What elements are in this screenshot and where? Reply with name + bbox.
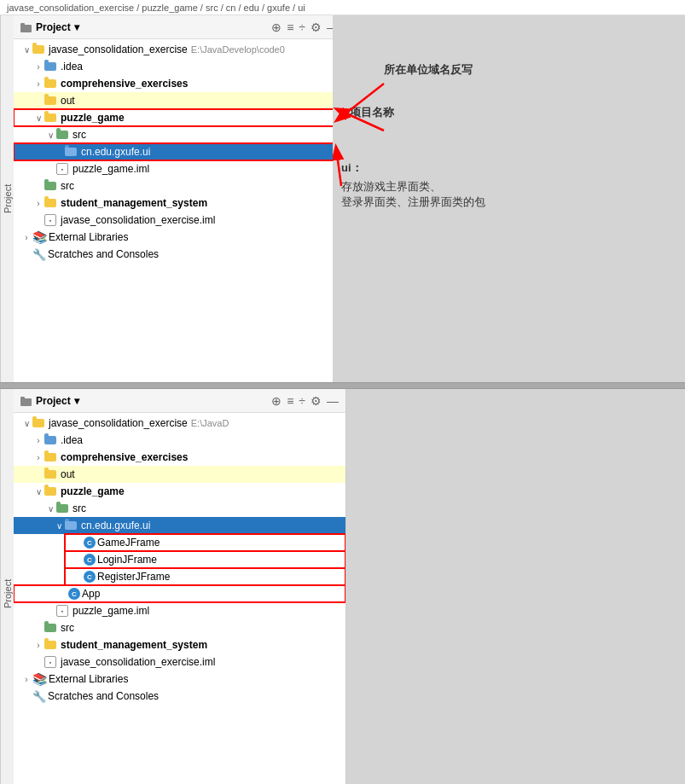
tree-item-puzzle-top[interactable]: ∨ puzzle_game — [14, 109, 345, 126]
tree-item-out-bottom[interactable]: out — [14, 466, 345, 483]
bottom-right-area: CSDN @学不会is dog — [346, 389, 685, 784]
panel-tools-top: ⊕ ≡ ÷ ⚙ — — [271, 20, 339, 34]
arrow-puzzle-bottom: ∨ — [32, 487, 44, 497]
folder-icon-src2-top — [44, 181, 58, 191]
side-tab-bottom[interactable]: Project — [0, 389, 14, 784]
folder-icon-student-top — [44, 198, 58, 208]
arrow-root-bottom: ∨ — [20, 419, 32, 428]
class-icon-register: C — [84, 571, 96, 583]
arrow-idea-bottom: › — [32, 436, 44, 445]
project-panel-top: Project ▾ ⊕ ≡ ÷ ⚙ — ∨ javase_consolidati… — [14, 15, 346, 382]
scratch-icon-top: 🔧 — [32, 248, 46, 261]
folder-icon-cnpkg-top — [65, 147, 78, 157]
tree-item-cnpkg-bottom[interactable]: ∨ cn.edu.gxufe.ui — [14, 517, 345, 534]
folder-icon-out-top — [44, 96, 58, 106]
arrow-extlib-bottom: › — [20, 675, 32, 684]
tree-bottom: ∨ javase_consolidation_exercise E:\JavaD… — [14, 413, 345, 706]
extlib-icon-top: 📚 — [32, 230, 47, 244]
tree-item-extlib-bottom[interactable]: › 📚 External Libraries — [14, 671, 345, 688]
folder-icon-src-bottom — [56, 503, 70, 514]
tree-item-comp-bottom[interactable]: › comprehensive_exercises — [14, 449, 345, 466]
iml-icon-javase-bottom: ▪ — [44, 657, 58, 667]
section-divider — [0, 382, 685, 389]
folder-icon-src2-bottom — [44, 623, 58, 633]
tree-item-gamejframe-bottom[interactable]: C GameJFrame — [65, 534, 345, 551]
svg-rect-6 — [20, 397, 25, 400]
folder-icon-cnpkg-bottom — [65, 520, 78, 531]
tree-item-idea-top[interactable]: › .idea — [14, 58, 345, 75]
tree-item-registerjframe-bottom[interactable]: C RegisterJFrame — [65, 568, 345, 585]
arrow-student-top: › — [32, 199, 44, 208]
tree-item-puzzleiml-top[interactable]: ▪ puzzle_game.iml — [14, 160, 345, 177]
arrow-root-top: ∨ — [20, 45, 32, 55]
svg-rect-1 — [20, 23, 25, 26]
annotation-area-top: 项目名称 所在单位域名反写 — [333, 15, 685, 382]
folder-icon-header-bottom — [20, 396, 32, 406]
tree-item-src-top[interactable]: ∨ src — [14, 126, 345, 143]
breadcrumb: javase_consolidation_exercise / puzzle_g… — [0, 0, 685, 15]
folder-icon-comp-bottom — [44, 452, 58, 462]
folder-icon-src-top — [56, 130, 70, 140]
panel-header-bottom: Project ▾ ⊕ ≡ ÷ ⚙ — — [14, 389, 345, 413]
folder-icon-out-bottom — [44, 469, 58, 479]
panel-header-top: Project ▾ ⊕ ≡ ÷ ⚙ — — [14, 15, 345, 39]
tree-item-root-bottom[interactable]: ∨ javase_consolidation_exercise E:\JavaD — [14, 415, 345, 432]
svg-line-3 — [337, 84, 384, 120]
tree-item-root-top[interactable]: ∨ javase_consolidation_exercise E:\JavaD… — [14, 41, 345, 58]
arrow-cnpkg-bottom: ∨ — [53, 521, 65, 531]
panel-tools-bottom: ⊕ ≡ ÷ ⚙ — — [271, 394, 339, 408]
class-icon-game: C — [84, 537, 96, 549]
panel-title-top: Project ▾ — [20, 21, 79, 33]
tree-item-puzzleiml-bottom[interactable]: ▪ puzzle_game.iml — [14, 602, 345, 619]
arrow-idea-top: › — [32, 62, 44, 72]
folder-icon-root-top — [32, 44, 46, 55]
folder-icon-header — [20, 22, 32, 32]
tree-item-javaseiml-bottom[interactable]: ▪ javase_consolidation_exercise.iml — [14, 653, 345, 671]
iml-icon-puzzle-bottom: ▪ — [56, 606, 70, 616]
arrow-comp-top: › — [32, 79, 44, 89]
tree-item-student-top[interactable]: › student_management_system — [14, 195, 345, 212]
folder-icon-comp-top — [44, 78, 58, 89]
arrow-comp-bottom: › — [32, 453, 44, 462]
panel-title-bottom: Project ▾ — [20, 395, 79, 407]
tree-item-loginjframe-bottom[interactable]: C LoginJFrame — [65, 551, 345, 568]
tree-item-javaseiml-top[interactable]: ▪ javase_consolidation_exercise.iml — [14, 212, 345, 229]
tree-item-comp-top[interactable]: › comprehensive_exercises — [14, 75, 345, 92]
arrow-src-top: ∨ — [44, 131, 56, 140]
tree-item-puzzle-bottom[interactable]: ∨ puzzle_game — [14, 483, 345, 500]
arrow-student-bottom: › — [32, 641, 44, 650]
scratch-icon-bottom: 🔧 — [32, 690, 46, 703]
tree-item-student-bottom[interactable]: › student_management_system — [14, 636, 345, 653]
tree-item-out-top[interactable]: out — [14, 92, 345, 109]
folder-icon-student-bottom — [44, 640, 58, 650]
tree-item-scratch-bottom[interactable]: 🔧 Scratches and Consoles — [14, 688, 345, 705]
arrow-src-bottom: ∨ — [44, 504, 56, 514]
folder-icon-puzzle-top — [44, 113, 58, 123]
folder-icon-puzzle-bottom — [44, 486, 58, 497]
iml-icon-puzzle-top: ▪ — [56, 164, 70, 174]
folder-icon-idea-bottom — [44, 435, 58, 445]
iml-icon-javase-top: ▪ — [44, 215, 58, 225]
folder-icon-idea-top — [44, 61, 58, 72]
tree-item-src-bottom[interactable]: ∨ src — [14, 500, 345, 517]
class-icon-app: C — [68, 588, 80, 600]
tree-item-src2-bottom[interactable]: src — [14, 619, 345, 636]
class-icon-login: C — [84, 554, 96, 566]
tree-item-cnpkg-top[interactable]: cn.edu.gxufe.ui — [14, 143, 345, 160]
arrow-extlib-top: › — [20, 233, 32, 242]
arrow-puzzle-top: ∨ — [32, 113, 44, 123]
folder-icon-root-bottom — [32, 418, 46, 428]
tree-item-scratch-top[interactable]: 🔧 Scratches and Consoles — [14, 246, 345, 263]
arrow-svg-domain — [333, 54, 546, 131]
extlib-icon-bottom: 📚 — [32, 672, 47, 686]
tree-top: ∨ javase_consolidation_exercise E:\JavaD… — [14, 39, 345, 264]
tree-item-idea-bottom[interactable]: › .idea — [14, 432, 345, 449]
project-panel-bottom: Project ▾ ⊕ ≡ ÷ ⚙ — ∨ javase_consolidati… — [14, 389, 346, 784]
arrow-svg-ui — [333, 139, 503, 199]
tree-item-src2-top[interactable]: src — [14, 177, 345, 195]
side-tab-top[interactable]: Project — [0, 15, 14, 382]
tree-item-app-bottom[interactable]: C App — [14, 585, 345, 602]
tree-item-extlib-top[interactable]: › 📚 External Libraries — [14, 229, 345, 246]
svg-line-4 — [336, 148, 341, 186]
